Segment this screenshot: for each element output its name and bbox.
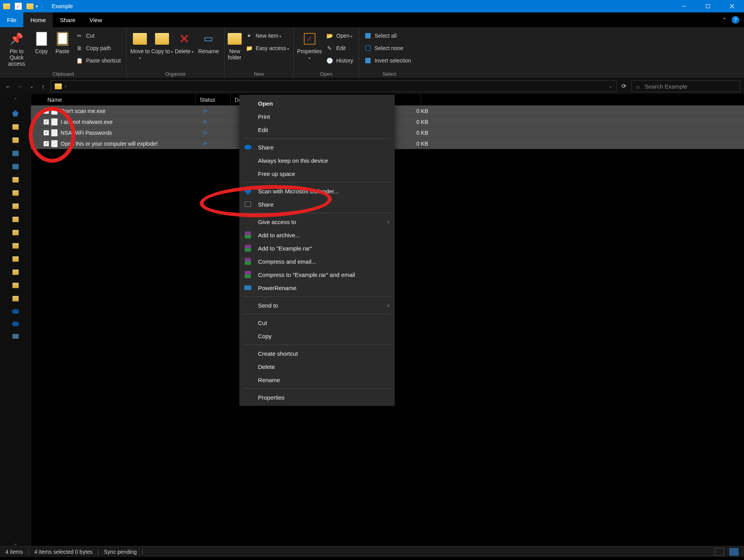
sync-icon: ⟳	[203, 130, 238, 136]
nav-folder[interactable]	[12, 243, 19, 249]
collapse-ribbon-icon[interactable]: ⌃	[722, 17, 727, 23]
ctx-delete[interactable]: Delete	[239, 360, 395, 373]
history-button[interactable]: 🕘History	[323, 54, 356, 67]
forward-button[interactable]: →	[16, 82, 24, 90]
minimize-button[interactable]	[672, 0, 696, 12]
qat-newfolder-icon[interactable]	[26, 3, 33, 9]
col-status[interactable]: Status	[196, 94, 231, 105]
copy-button[interactable]: Copy	[31, 29, 52, 54]
ctx-alwayskeep[interactable]: Always keep on this device	[239, 154, 395, 167]
rename-button[interactable]: ▭Rename	[195, 29, 222, 54]
nav-folder[interactable]	[12, 164, 19, 169]
ctx-compemail[interactable]: Compress and email...	[239, 255, 395, 268]
pc-icon[interactable]	[12, 334, 19, 339]
nav-folder[interactable]	[12, 270, 19, 275]
qat-properties-icon[interactable]: ✓	[15, 3, 22, 10]
nav-folder[interactable]	[12, 151, 19, 156]
ctx-edit[interactable]: Edit	[239, 123, 395, 136]
group-select-label: Select	[359, 70, 420, 78]
easyaccess-button[interactable]: 📁Easy access	[242, 42, 292, 54]
nav-folder[interactable]	[12, 177, 19, 183]
pin-quick-access-button[interactable]: 📌Pin to Quick access	[2, 29, 31, 67]
ctx-giveaccess[interactable]: Give access to›	[239, 215, 395, 228]
tab-share[interactable]: Share	[53, 12, 82, 27]
pasteshortcut-button[interactable]: 📋Paste shortcut	[73, 54, 124, 67]
nav-folder[interactable]	[12, 124, 19, 130]
back-button[interactable]: ←	[4, 82, 12, 90]
col-name[interactable]: Name	[44, 94, 196, 105]
ctx-sendto[interactable]: Send to›	[239, 299, 395, 312]
invertsel-button[interactable]: Invert selection	[361, 54, 414, 67]
newitem-icon: ✦	[246, 32, 253, 39]
address-box[interactable]: › ⌄	[51, 80, 617, 92]
paste-label: Paste	[56, 48, 70, 54]
qat-overflow-icon[interactable]: ▾	[36, 4, 38, 9]
checkbox[interactable]: ✓	[44, 141, 49, 146]
open-icon: 📂	[326, 32, 333, 39]
paste-button[interactable]: Paste	[52, 29, 73, 54]
refresh-button[interactable]: ⟳	[620, 82, 628, 90]
selectall-button[interactable]: Select all	[361, 30, 414, 42]
tab-file[interactable]: File	[0, 12, 23, 27]
copypath-button[interactable]: 🗎Copy path	[73, 42, 124, 54]
chevron-down-icon[interactable]: ⌄	[14, 541, 17, 546]
recent-locations-button[interactable]: ⌄	[27, 82, 36, 90]
rar-icon	[244, 271, 252, 278]
newfolder-button[interactable]: New folder	[227, 29, 242, 61]
chevron-right-icon: ›	[387, 302, 389, 308]
help-button[interactable]: ?	[732, 16, 739, 24]
tab-view[interactable]: View	[82, 12, 109, 27]
maximize-button[interactable]	[696, 0, 720, 12]
checkbox[interactable]: ✓	[44, 108, 49, 114]
properties-button[interactable]: ✓Properties	[296, 29, 323, 61]
nav-folder[interactable]	[12, 137, 19, 143]
copyto-button[interactable]: Copy to	[151, 29, 173, 54]
nav-folder[interactable]	[12, 190, 19, 196]
nav-folder[interactable]	[12, 203, 19, 209]
ctx-comprar[interactable]: Compress to "Example.rar" and email	[239, 268, 395, 281]
onedrive-icon[interactable]	[12, 322, 19, 326]
close-button[interactable]	[720, 0, 744, 12]
nav-folder[interactable]	[12, 230, 19, 235]
cut-button[interactable]: ✂Cut	[73, 30, 124, 42]
addr-dropdown-icon[interactable]: ⌄	[608, 83, 612, 89]
up-button[interactable]: ↑	[39, 82, 47, 90]
quick-access-icon[interactable]	[12, 110, 19, 117]
ctx-addrar[interactable]: Add to "Example.rar"	[239, 242, 395, 255]
chevron-up-icon[interactable]: ⌃	[14, 97, 17, 103]
folder-icon	[55, 83, 62, 89]
view-large-button[interactable]	[729, 548, 739, 556]
checkbox[interactable]: ✓	[44, 119, 49, 125]
ctx-scan-defender[interactable]: Scan with Microsoft Defender...	[239, 184, 395, 198]
ctx-freeup[interactable]: Free up space	[239, 167, 395, 180]
delete-button[interactable]: ✕Delete	[173, 29, 195, 54]
nav-folder[interactable]	[12, 256, 19, 262]
file-icon	[51, 118, 57, 125]
tab-home[interactable]: Home	[23, 12, 53, 27]
nav-folder[interactable]	[12, 217, 19, 222]
ctx-powerrename[interactable]: PowerRename	[239, 281, 395, 294]
selectnone-button[interactable]: Select none	[361, 42, 414, 54]
ctx-createshortcut[interactable]: Create shortcut	[239, 347, 395, 360]
ctx-share2[interactable]: Share	[239, 198, 395, 211]
view-details-button[interactable]	[714, 548, 724, 556]
search-box[interactable]: ⌕ Search Example	[631, 80, 740, 92]
open-button[interactable]: 📂Open	[323, 30, 356, 42]
ctx-cut[interactable]: Cut	[239, 316, 395, 329]
onedrive-icon[interactable]	[12, 309, 19, 314]
nav-pane[interactable]: ⌃ ⌄	[0, 94, 31, 546]
moveto-button[interactable]: Move to	[129, 29, 151, 61]
ctx-copy[interactable]: Copy	[239, 329, 395, 343]
ctx-rename[interactable]: Rename	[239, 373, 395, 386]
nav-folder[interactable]	[12, 283, 19, 288]
ctx-print[interactable]: Print	[239, 110, 395, 123]
edit-button[interactable]: ✎Edit	[323, 42, 356, 54]
newitem-button[interactable]: ✦New item	[242, 30, 292, 42]
checkbox[interactable]: ✓	[44, 130, 49, 136]
ctx-share[interactable]: Share	[239, 141, 395, 154]
ctx-properties[interactable]: Properties	[239, 391, 395, 404]
ctx-addarchive[interactable]: Add to archive...	[239, 228, 395, 242]
nav-folder[interactable]	[12, 296, 19, 301]
ctx-open[interactable]: Open	[239, 97, 395, 110]
titlebar: ✓ ▾ Example	[0, 0, 744, 12]
